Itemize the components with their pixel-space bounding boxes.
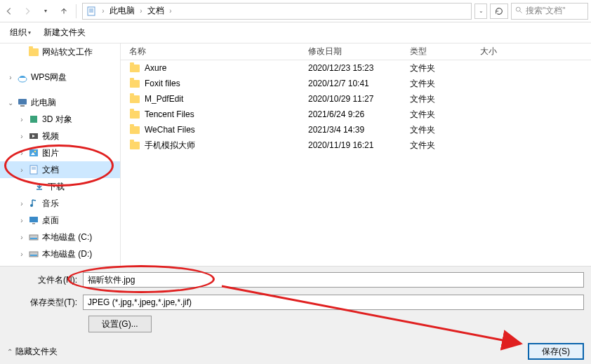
file-row[interactable]: 手机模拟大师2020/11/19 16:21文件夹 xyxy=(129,137,591,153)
tree-item[interactable]: ›网站软文工作 xyxy=(0,43,120,60)
file-type: 文件夹 xyxy=(410,124,480,136)
settings-button[interactable]: 设置(G)... xyxy=(88,316,152,332)
save-form: 文件名(N): 福昕软件.jpg 保存类型(T): JPEG (*.jpg,*.… xyxy=(0,266,591,364)
refresh-button[interactable] xyxy=(490,4,508,19)
folder-icon xyxy=(129,93,140,105)
tree-item[interactable]: ›桌面 xyxy=(0,212,120,229)
video-icon xyxy=(28,130,39,142)
pc-icon xyxy=(17,97,28,108)
folder-icon xyxy=(129,109,140,120)
folder-icon xyxy=(129,124,140,135)
svg-rect-14 xyxy=(30,166,37,174)
breadcrumb[interactable]: › 此电脑 › 文档 › xyxy=(82,3,472,20)
col-type[interactable]: 类型 xyxy=(410,46,480,58)
hide-folders-toggle[interactable]: ⌃ 隐藏文件夹 xyxy=(7,346,58,358)
file-date: 2020/11/19 16:21 xyxy=(308,140,410,150)
file-date: 2020/10/29 11:27 xyxy=(308,94,410,104)
breadcrumb-folder[interactable]: 文档 xyxy=(147,5,164,17)
document-icon xyxy=(28,164,39,175)
svg-rect-7 xyxy=(20,105,25,107)
chevron-right-icon: › xyxy=(100,7,107,15)
file-name: WeChat Files xyxy=(145,125,195,135)
file-row[interactable]: Axure2020/12/23 15:23文件夹 xyxy=(129,60,591,76)
tree-item[interactable]: ›下载 xyxy=(0,178,120,195)
file-name: M_PdfEdit xyxy=(145,94,183,104)
organize-menu[interactable]: 组织▾ xyxy=(10,27,31,39)
col-name[interactable]: 名称 xyxy=(129,46,308,58)
tree-item[interactable]: ›视频 xyxy=(0,128,120,144)
file-name: Foxit files xyxy=(145,79,180,88)
file-row[interactable]: WeChat Files2021/3/4 14:39文件夹 xyxy=(129,122,591,137)
filename-input[interactable]: 福昕软件.jpg xyxy=(83,272,584,288)
navbar: ▾ › 此电脑 › 文档 › ⌄ 搜索"文档" xyxy=(0,0,591,22)
svg-point-4 xyxy=(516,7,520,11)
folder-icon xyxy=(129,140,140,151)
tree-item-documents[interactable]: ›文档 xyxy=(0,161,120,178)
folder-icon xyxy=(129,78,140,89)
tree-item[interactable]: ›音乐 xyxy=(0,195,120,212)
svg-point-18 xyxy=(30,204,33,207)
new-folder-button[interactable]: 新建文件夹 xyxy=(44,27,86,39)
pictures-icon xyxy=(28,147,39,159)
tree-item[interactable]: ⌄此电脑 xyxy=(0,94,120,111)
chevron-up-icon: ⌃ xyxy=(7,348,13,356)
svg-rect-19 xyxy=(29,217,38,222)
svg-rect-11 xyxy=(29,149,38,156)
file-row[interactable]: M_PdfEdit2020/10/29 11:27文件夹 xyxy=(129,91,591,107)
tree-item-label: 图片 xyxy=(42,147,59,159)
search-input[interactable]: 搜索"文档" xyxy=(511,3,588,20)
separator xyxy=(76,4,77,18)
breadcrumb-root[interactable]: 此电脑 xyxy=(109,5,135,17)
tree-item-label: 下载 xyxy=(48,181,65,193)
filetype-label: 保存类型(T): xyxy=(0,297,83,309)
file-date: 2020/12/7 10:41 xyxy=(308,79,410,88)
tree-item[interactable]: ›图片 xyxy=(0,144,120,161)
file-name: 手机模拟大师 xyxy=(145,140,195,151)
folder-icon xyxy=(28,46,39,58)
svg-rect-22 xyxy=(30,238,37,239)
tree-item[interactable]: ›本地磁盘 (C:) xyxy=(0,229,120,245)
tree-item-label: 本地磁盘 (D:) xyxy=(42,248,92,260)
file-row[interactable]: Foxit files2020/12/7 10:41文件夹 xyxy=(129,76,591,91)
file-date: 2020/12/23 15:23 xyxy=(308,63,410,73)
filetype-select[interactable]: JPEG (*.jpg,*.jpeg,*.jpe,*.jif) xyxy=(83,295,584,310)
chevron-right-icon: › xyxy=(167,7,174,15)
file-type: 文件夹 xyxy=(410,62,480,74)
file-type: 文件夹 xyxy=(410,140,480,151)
up-button[interactable] xyxy=(55,2,73,20)
col-date[interactable]: 修改日期 xyxy=(308,46,410,58)
file-row[interactable]: Tencent Files2021/6/24 9:26文件夹 xyxy=(129,107,591,122)
music-icon xyxy=(28,198,39,209)
file-type: 文件夹 xyxy=(410,78,480,90)
svg-point-13 xyxy=(34,151,36,152)
forward-button[interactable] xyxy=(18,2,36,20)
recent-dropdown[interactable]: ▾ xyxy=(36,2,55,20)
address-dropdown[interactable]: ⌄ xyxy=(474,4,487,19)
svg-rect-20 xyxy=(32,223,35,224)
tree-item[interactable]: ›本地磁盘 (D:) xyxy=(0,245,120,262)
save-button[interactable]: 保存(S) xyxy=(528,343,584,360)
svg-rect-24 xyxy=(30,255,37,256)
tree-item-label: 文档 xyxy=(42,164,59,176)
disk-icon xyxy=(28,248,39,259)
filename-label: 文件名(N): xyxy=(0,274,83,286)
svg-line-5 xyxy=(520,11,522,13)
file-type: 文件夹 xyxy=(410,93,480,105)
tree-item[interactable]: ›3D 对象 xyxy=(0,111,120,128)
chevron-right-icon: › xyxy=(138,7,145,15)
file-date: 2021/6/24 9:26 xyxy=(308,109,410,119)
desktop-icon xyxy=(28,215,39,226)
search-placeholder: 搜索"文档" xyxy=(526,5,566,17)
search-icon xyxy=(514,6,523,16)
tree-item-label: 3D 对象 xyxy=(42,114,72,126)
back-button[interactable] xyxy=(0,2,18,20)
col-size[interactable]: 大小 xyxy=(480,46,591,58)
file-name: Tencent Files xyxy=(145,109,194,119)
tree-item[interactable]: ›WPS网盘 xyxy=(0,69,120,86)
hide-folders-label: 隐藏文件夹 xyxy=(15,346,58,358)
tree-item-label: 音乐 xyxy=(42,198,59,210)
file-date: 2021/3/4 14:39 xyxy=(308,125,410,135)
3d-icon xyxy=(28,114,39,125)
file-name: Axure xyxy=(145,63,166,73)
download-icon xyxy=(34,181,45,192)
